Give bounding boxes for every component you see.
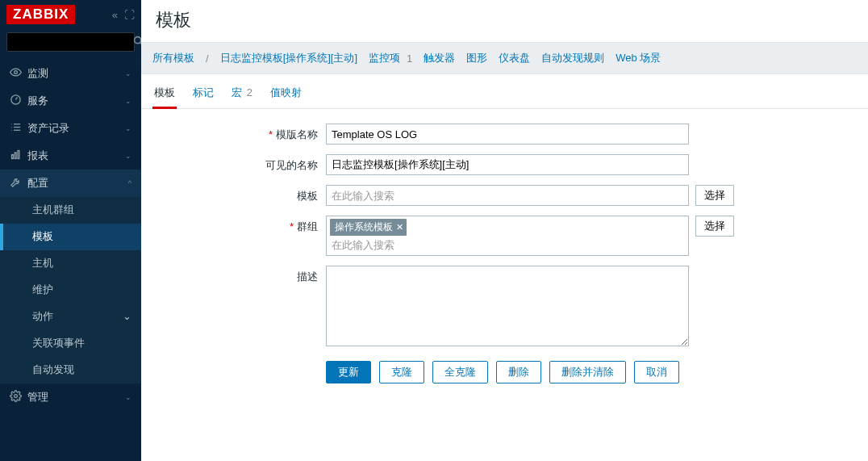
svg-rect-13	[18, 151, 19, 159]
nav-inventory[interactable]: 资产记录 ⌄	[0, 115, 141, 142]
svg-point-0	[135, 37, 141, 44]
sub-actions[interactable]: 动作 ⌄	[0, 304, 141, 330]
cancel-button[interactable]: 取消	[634, 361, 679, 383]
full-clone-button[interactable]: 全克隆	[432, 361, 488, 383]
bc-web-scenarios[interactable]: Web 场景	[616, 51, 661, 65]
svg-line-4	[16, 97, 18, 99]
page-title: 模板	[141, 0, 868, 42]
tab-valuemaps[interactable]: 值映射	[269, 81, 303, 108]
delete-button[interactable]: 删除	[496, 361, 541, 383]
svg-rect-12	[15, 153, 16, 159]
chevron-up-icon: ^	[128, 179, 131, 187]
group-tag[interactable]: 操作系统模板 ✕	[330, 219, 407, 236]
groups-multiselect[interactable]: 操作系统模板 ✕	[326, 216, 689, 256]
nav-services[interactable]: 服务 ⌄	[0, 87, 141, 115]
input-description[interactable]	[326, 266, 689, 346]
bc-items[interactable]: 监控项	[369, 51, 400, 65]
main-content: 模板 所有模板 / 日志监控模板[操作系统][主动] 监控项 1 触发器 图形 …	[141, 0, 868, 461]
sub-templates[interactable]: 模板	[0, 224, 141, 250]
remove-tag-icon[interactable]: ✕	[396, 222, 403, 233]
update-button[interactable]: 更新	[326, 361, 371, 383]
groups-search-input[interactable]	[330, 237, 685, 253]
bc-triggers[interactable]: 触发器	[424, 51, 455, 65]
templates-search-input[interactable]	[330, 188, 685, 203]
wrench-icon	[10, 176, 27, 191]
templates-select-button[interactable]: 选择	[695, 185, 734, 206]
gear-icon	[10, 390, 27, 404]
label-groups: *群组	[152, 216, 326, 234]
sidebar-header: ZABBIX « ⛶	[0, 0, 141, 29]
fullscreen-icon[interactable]: ⛶	[124, 9, 135, 21]
sub-hostgroups[interactable]: 主机群组	[0, 197, 141, 224]
label-description: 描述	[152, 266, 326, 284]
svg-point-2	[15, 71, 18, 74]
gauge-icon	[10, 94, 27, 108]
svg-rect-11	[12, 155, 14, 159]
form-actions: 更新 克隆 全克隆 删除 删除并清除 取消	[152, 361, 857, 383]
tab-template[interactable]: 模板	[152, 81, 177, 109]
label-template-name: *模版名称	[152, 124, 326, 142]
tab-macros[interactable]: 宏 2	[230, 81, 254, 108]
svg-point-14	[15, 395, 18, 398]
tab-tags[interactable]: 标记	[191, 81, 215, 108]
sidebar-search[interactable]	[6, 32, 135, 52]
sub-correlation[interactable]: 关联项事件	[0, 330, 141, 357]
chevron-down-icon: ⌄	[125, 152, 131, 160]
groups-select-button[interactable]: 选择	[695, 216, 734, 237]
sub-maintenance[interactable]: 维护	[0, 277, 141, 304]
tabs: 模板 标记 宏 2 值映射	[141, 74, 868, 109]
chevron-down-icon: ⌄	[125, 69, 131, 78]
eye-icon	[10, 66, 27, 81]
input-template-name[interactable]	[326, 124, 689, 145]
collapse-sidebar-icon[interactable]: «	[112, 9, 118, 21]
templates-multiselect[interactable]	[326, 185, 689, 206]
bc-dashboards[interactable]: 仪表盘	[499, 51, 530, 65]
sub-discovery[interactable]: 自动发现	[0, 357, 141, 383]
chevron-down-icon: ⌄	[125, 124, 131, 132]
logo[interactable]: ZABBIX	[6, 5, 75, 24]
input-visible-name[interactable]	[326, 154, 689, 175]
nav-reports[interactable]: 报表 ⌄	[0, 142, 141, 170]
bc-graphs[interactable]: 图形	[466, 51, 487, 65]
label-visible-name: 可见的名称	[152, 154, 326, 173]
chart-icon	[10, 149, 27, 163]
bc-current[interactable]: 日志监控模板[操作系统][主动]	[220, 51, 357, 65]
bc-all-templates[interactable]: 所有模板	[152, 51, 194, 65]
list-icon	[10, 121, 27, 136]
template-form: *模版名称 可见的名称 模板 选择	[141, 109, 868, 398]
chevron-down-icon: ⌄	[123, 310, 131, 324]
bc-discovery-rules[interactable]: 自动发现规则	[541, 51, 604, 65]
nav-configuration[interactable]: 配置 ^	[0, 170, 141, 197]
search-input[interactable]	[12, 36, 133, 48]
nav-administration[interactable]: 管理 ⌄	[0, 383, 141, 411]
chevron-down-icon: ⌄	[125, 97, 131, 105]
sub-hosts[interactable]: 主机	[0, 250, 141, 277]
delete-clear-button[interactable]: 删除并清除	[549, 361, 626, 383]
sidebar: ZABBIX « ⛶ 监测 ⌄ 服务 ⌄ 资产记录	[0, 0, 141, 461]
chevron-down-icon: ⌄	[125, 393, 131, 401]
breadcrumb: 所有模板 / 日志监控模板[操作系统][主动] 监控项 1 触发器 图形 仪表盘…	[141, 42, 868, 74]
label-templates: 模板	[152, 185, 326, 203]
nav-monitoring[interactable]: 监测 ⌄	[0, 60, 141, 87]
clone-button[interactable]: 克隆	[379, 361, 424, 383]
